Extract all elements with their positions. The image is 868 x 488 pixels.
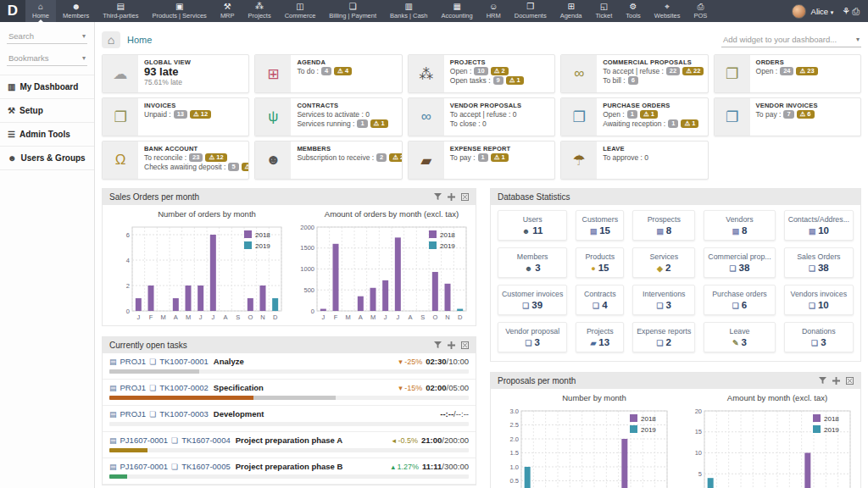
close-icon[interactable] xyxy=(846,377,854,385)
warning-badge[interactable]: ⚠ 5 xyxy=(242,163,249,171)
widget-contracts[interactable]: ψ CONTRACTSServices to activate : 0Servi… xyxy=(254,97,402,136)
count-badge[interactable]: 2 xyxy=(376,153,387,162)
widget-members[interactable]: ☻ MEMBERSSubscription to receive :2⚠ 2 xyxy=(254,141,402,180)
nav-item-projects[interactable]: ⁂ Projects xyxy=(242,0,278,22)
filter-icon[interactable] xyxy=(819,377,826,385)
stat-commercial-prop-[interactable]: Commercial prop... ❏38 xyxy=(704,247,775,278)
warning-badge[interactable]: ⚠ 1 xyxy=(681,119,698,128)
widget-orders[interactable]: ❐ ORDERSOpen :24⚠ 23 xyxy=(714,54,861,93)
stat-prospects[interactable]: Prospects ▤8 xyxy=(632,210,695,241)
warning-badge[interactable]: ⚠ 1 xyxy=(506,76,524,85)
close-icon[interactable] xyxy=(461,193,469,201)
warning-badge[interactable]: ⚠ 12 xyxy=(190,110,211,119)
stat-interventions[interactable]: Interventions ❏3 xyxy=(632,285,695,315)
project-ref-link[interactable]: PROJ1 xyxy=(120,357,147,366)
count-badge[interactable]: 6 xyxy=(628,76,638,85)
close-icon[interactable] xyxy=(461,341,469,349)
count-badge[interactable]: 1 xyxy=(627,110,637,119)
stat-contacts-addres-[interactable]: Contacts/Addres... ▤10 xyxy=(784,210,854,241)
warning-badge[interactable]: ⚠ 4 xyxy=(334,67,352,75)
task-ref-link[interactable]: TK1607-0004 xyxy=(181,435,231,445)
stat-services[interactable]: Services ◆2 xyxy=(632,247,695,278)
widget-bank-account[interactable]: Ω BANK ACCOUNTTo reconcile :23⚠ 12Checks… xyxy=(102,141,249,180)
count-badge[interactable]: 10 xyxy=(474,67,487,75)
count-badge[interactable]: 1 xyxy=(668,119,678,128)
search-select[interactable]: Search▾ xyxy=(7,29,87,44)
count-badge[interactable]: 22 xyxy=(666,67,680,75)
nav-item-websites[interactable]: ⌖ Websites xyxy=(648,0,687,22)
warning-badge[interactable]: ⚠ 2 xyxy=(389,153,402,162)
filter-icon[interactable] xyxy=(434,193,442,201)
stat-expense-reports[interactable]: Expense reports ❏2 xyxy=(632,322,695,352)
sidebar-item-setup[interactable]: ⚒ Setup xyxy=(0,98,94,122)
move-icon[interactable] xyxy=(832,377,840,385)
sidebar-item-admin-tools[interactable]: ☰ Admin Tools xyxy=(0,122,94,146)
sidebar-item-my-dashboard[interactable]: ▥ My Dashboard xyxy=(0,75,94,98)
dolibarr-logo[interactable]: D xyxy=(0,0,25,22)
widget-purchase-orders[interactable]: ❐ PURCHASE ORDERSOpen :1⚠ 1Awaiting rece… xyxy=(560,97,708,136)
project-ref-link[interactable]: PROJ1 xyxy=(120,383,147,392)
stat-purchase-orders[interactable]: Purchase orders ❏6 xyxy=(704,285,775,315)
warning-badge[interactable]: ⚠ 1 xyxy=(640,110,658,119)
nav-item-commerce[interactable]: ◫ Commerce xyxy=(278,0,323,22)
sidebar-item-users-groups[interactable]: ☻ Users & Groups xyxy=(0,146,94,170)
stat-users[interactable]: Users ☻11 xyxy=(498,210,567,241)
widget-commercial-proposals[interactable]: ∞ COMMERCIAL PROPOSALSTo accept | refuse… xyxy=(560,54,708,93)
count-badge[interactable]: 7 xyxy=(783,110,793,119)
warning-badge[interactable]: ⚠ 12 xyxy=(205,153,226,162)
task-ref-link[interactable]: TK1007-0001 xyxy=(159,357,209,366)
stat-customer-invoices[interactable]: Customer invoices ❏39 xyxy=(498,285,567,315)
count-badge[interactable]: 9 xyxy=(493,76,504,85)
widget-leave[interactable]: ☂ LEAVETo approve : 0 xyxy=(560,141,708,180)
nav-item-documents[interactable]: ❐ Documents xyxy=(508,0,554,22)
stat-leave[interactable]: Leave ✎3 xyxy=(704,322,775,352)
stat-vendors[interactable]: Vendors ▤8 xyxy=(704,210,775,241)
add-widget-select[interactable]: Add widget to your dashboard...▾ xyxy=(721,33,861,47)
task-ref-link[interactable]: TK1007-0003 xyxy=(159,409,209,419)
stat-products[interactable]: Products ●15 xyxy=(576,247,624,278)
count-badge[interactable]: 1 xyxy=(478,153,488,162)
stat-donations[interactable]: Donations ❏3 xyxy=(784,322,854,352)
widget-invoices[interactable]: ❐ INVOICESUnpaid :13⚠ 12 xyxy=(102,97,249,136)
project-ref-link[interactable]: PROJ1 xyxy=(120,409,147,419)
nav-item-hrm[interactable]: ☺ HRM xyxy=(480,0,508,22)
task-ref-link[interactable]: TK1007-0002 xyxy=(159,383,209,392)
warning-badge[interactable]: ⚠ 23 xyxy=(796,67,817,75)
nav-item-agenda[interactable]: ⊞ Agenda xyxy=(554,0,589,22)
widget-vendor-proposals[interactable]: ∞ VENDOR PROPOSALSTo accept | refuse : 0… xyxy=(408,97,555,136)
nav-item-banks-cash[interactable]: ▥ Banks | Cash xyxy=(383,0,434,22)
stat-contracts[interactable]: Contracts ❏4 xyxy=(576,285,624,315)
avatar[interactable] xyxy=(792,4,806,19)
nav-item-products-services[interactable]: ▣ Products | Services xyxy=(145,0,213,22)
user-name[interactable]: Alice ▾ xyxy=(811,7,834,16)
count-badge[interactable]: 13 xyxy=(174,110,187,119)
filter-icon[interactable] xyxy=(434,341,442,349)
stat-customers[interactable]: Customers ▤15 xyxy=(576,210,624,241)
nav-item-tools[interactable]: ⚙ Tools xyxy=(619,0,648,22)
nav-item-billing-payment[interactable]: ❏ Billing | Payment xyxy=(322,0,383,22)
widget-vendor-invoices[interactable]: ❐ VENDOR INVOICESTo pay :7⚠ 6 xyxy=(714,97,861,136)
warning-badge[interactable]: ⚠ 22 xyxy=(682,67,704,75)
task-ref-link[interactable]: TK1607-0005 xyxy=(181,462,231,471)
move-icon[interactable] xyxy=(448,341,455,349)
widget-expense-report[interactable]: ▰ EXPENSE REPORTTo pay :1⚠ 1 xyxy=(408,141,555,180)
warning-badge[interactable]: ⚠ 1 xyxy=(370,119,388,128)
stat-vendor-proposal[interactable]: Vendor proposal ❏3 xyxy=(498,322,567,352)
project-ref-link[interactable]: PJ1607-0001 xyxy=(120,435,169,445)
widget-agenda[interactable]: ⊞ AGENDATo do :4⚠ 4 xyxy=(254,54,402,93)
count-badge[interactable]: 1 xyxy=(357,119,367,128)
warning-badge[interactable]: ⚠ 6 xyxy=(797,110,815,119)
bookmarks-select[interactable]: Bookmarks▾ xyxy=(7,51,87,66)
count-badge[interactable]: 5 xyxy=(228,163,238,171)
nav-item-members[interactable]: ☻ Members xyxy=(56,0,96,22)
stat-vendors-invoices[interactable]: Vendors invoices ❏10 xyxy=(784,285,854,315)
count-badge[interactable]: 23 xyxy=(189,153,203,162)
widget-projects[interactable]: ⁂ PROJECTSOpen :10⚠ 2Open tasks :9⚠ 1 xyxy=(408,54,555,93)
nav-item-pos[interactable]: ⎙ POS xyxy=(687,0,715,22)
nav-item-accounting[interactable]: ▦ Accounting xyxy=(435,0,480,22)
nav-item-home[interactable]: ⌂ Home xyxy=(25,0,56,22)
count-badge[interactable]: 24 xyxy=(780,67,793,75)
stat-projects[interactable]: Projects ▰13 xyxy=(576,322,624,352)
widget-global-view[interactable]: ☁ GLOBAL VIEW93 late 75.61% late xyxy=(102,54,249,93)
stat-sales-orders[interactable]: Sales Orders ❏38 xyxy=(784,247,854,278)
